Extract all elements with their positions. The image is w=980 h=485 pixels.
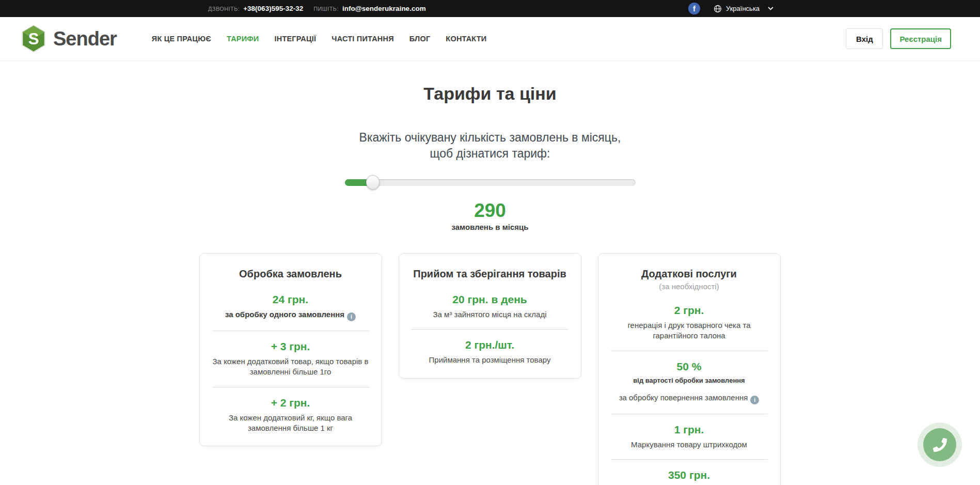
price-item: 2 грн. генерація і друк товарного чека т… <box>608 304 771 341</box>
topbar-right: f Українська <box>688 0 773 17</box>
price-desc: Приймання та розміщення товару <box>411 355 568 365</box>
orders-count-label: замовлень в місяць <box>0 223 980 231</box>
price-desc-text: за обробку повернення замовлення <box>619 393 748 402</box>
price-value: 2 грн./шт. <box>408 339 572 351</box>
main-content: Тарифи та ціни Вкажіть очікувану кількіс… <box>0 84 980 485</box>
price-desc: За кожен додатковий кг, якщо вага замовл… <box>212 413 369 434</box>
slider-prompt: Вкажіть очікувану кількість замовлень в … <box>0 130 980 162</box>
price-desc: За кожен додатковий товар, якщо товарів … <box>212 356 369 378</box>
main-nav: ЯК ЦЕ ПРАЦЮЄ ТАРИФИ ІНТЕГРАЦІЇ ЧАСТІ ПИТ… <box>152 35 502 43</box>
page: ДЗВОНІТЬ: +38(063)595-32-32 ПИШІТЬ: info… <box>0 0 980 485</box>
orders-slider[interactable] <box>345 175 636 190</box>
card-subtitle: (за необхідності) <box>608 282 771 291</box>
register-button[interactable]: Реєстрація <box>890 28 951 49</box>
info-icon[interactable]: i <box>347 312 356 321</box>
price-desc: за обробку одного замовленняi <box>212 309 369 321</box>
nav-faq[interactable]: ЧАСТІ ПИТАННЯ <box>331 35 394 43</box>
phone-fab[interactable] <box>918 423 962 467</box>
price-value: 2 грн. <box>608 304 771 317</box>
facebook-icon[interactable]: f <box>688 3 700 14</box>
nav-tariffs[interactable]: ТАРИФИ <box>227 35 259 43</box>
nav-how-it-works[interactable]: ЯК ЦЕ ПРАЦЮЄ <box>152 35 211 43</box>
price-value: 20 грн. в день <box>408 293 572 306</box>
price-item: 2 грн./шт. Приймання та розміщення товар… <box>408 339 572 365</box>
write-label: ПИШІТЬ: <box>313 6 339 12</box>
page-title: Тарифи та ціни <box>0 84 980 104</box>
nav-blog[interactable]: БЛОГ <box>409 35 431 43</box>
price-value: 350 грн. <box>608 469 771 481</box>
topbar: ДЗВОНІТЬ: +38(063)595-32-32 ПИШІТЬ: info… <box>0 0 980 17</box>
divider <box>412 329 568 330</box>
price-desc: За м³ зайнятого місця на складі <box>411 309 568 320</box>
svg-text:S: S <box>28 30 39 48</box>
login-button[interactable]: Вхід <box>846 28 883 49</box>
card-title: Прийом та зберігання товарів <box>408 268 572 280</box>
price-item: + 3 грн. За кожен додатковий товар, якщо… <box>209 340 372 378</box>
email-link[interactable]: info@senderukraine.com <box>342 5 426 12</box>
price-desc: за обробку повернення замовленняi <box>610 393 768 404</box>
nav-integrations[interactable]: ІНТЕГРАЦІЇ <box>275 35 317 43</box>
language-selector[interactable]: Українська <box>726 5 760 12</box>
slider-prompt-line2: щоб дізнатися тариф: <box>0 146 980 162</box>
price-value: 24 грн. <box>209 293 372 306</box>
price-item: 20 грн. в день За м³ зайнятого місця на … <box>408 293 572 320</box>
price-value: + 2 грн. <box>209 397 372 409</box>
price-item: + 2 грн. За кожен додатковий кг, якщо ва… <box>209 397 372 434</box>
divider <box>611 459 768 460</box>
divider <box>212 387 369 387</box>
logo-hexagon-icon: S <box>21 24 46 53</box>
topbar-contacts: ДЗВОНІТЬ: +38(063)595-32-32 ПИШІТЬ: info… <box>208 0 426 17</box>
logo-wordmark: Sender <box>53 28 117 50</box>
nav-contacts[interactable]: КОНТАКТИ <box>446 35 486 43</box>
call-label: ДЗВОНІТЬ: <box>208 6 240 12</box>
price-value: 50 % <box>608 361 771 373</box>
slider-track[interactable] <box>345 179 636 186</box>
price-desc: генерація і друк товарного чека та гаран… <box>610 320 768 341</box>
globe-icon <box>714 5 722 13</box>
price-desc-text: за обробку одного замовлення <box>225 310 344 319</box>
orders-count-value: 290 <box>0 200 980 222</box>
card-extra-services: Додаткові послуги (за необхідності) 2 гр… <box>598 253 781 485</box>
pricing-cards: Обробка замовлень 24 грн. за обробку одн… <box>199 253 781 485</box>
phone-link[interactable]: +38(063)595-32-32 <box>243 5 303 12</box>
divider <box>611 414 768 414</box>
card-title: Додаткові послуги <box>608 268 771 280</box>
phone-icon <box>933 438 947 452</box>
price-value: + 3 грн. <box>209 340 372 353</box>
price-item: 50 % від вартості обробки замовлення за … <box>608 361 771 404</box>
price-item: 350 грн. кур'єрська доставка по Києву <box>608 469 771 485</box>
card-order-processing: Обробка замовлень 24 грн. за обробку одн… <box>199 253 382 446</box>
logo[interactable]: S Sender <box>21 24 117 53</box>
chevron-down-icon[interactable] <box>768 7 773 10</box>
divider <box>212 331 369 331</box>
phone-fab-inner <box>923 428 956 461</box>
header: S Sender ЯК ЦЕ ПРАЦЮЄ ТАРИФИ ІНТЕГРАЦІЇ … <box>0 17 980 61</box>
price-desc: Маркування товару штрихкодом <box>610 440 768 450</box>
slider-prompt-line1: Вкажіть очікувану кількість замовлень в … <box>0 130 980 146</box>
price-note: від вартості обробки замовлення <box>608 377 771 384</box>
slider-handle[interactable] <box>366 175 380 190</box>
price-item: 1 грн. Маркування товару штрихкодом <box>608 424 771 450</box>
card-title: Обробка замовлень <box>209 268 372 280</box>
price-value: 1 грн. <box>608 424 771 436</box>
info-icon[interactable]: i <box>750 396 759 404</box>
price-item: 24 грн. за обробку одного замовленняi <box>209 293 372 321</box>
divider <box>611 351 768 351</box>
card-storage: Прийом та зберігання товарів 20 грн. в д… <box>399 253 581 379</box>
